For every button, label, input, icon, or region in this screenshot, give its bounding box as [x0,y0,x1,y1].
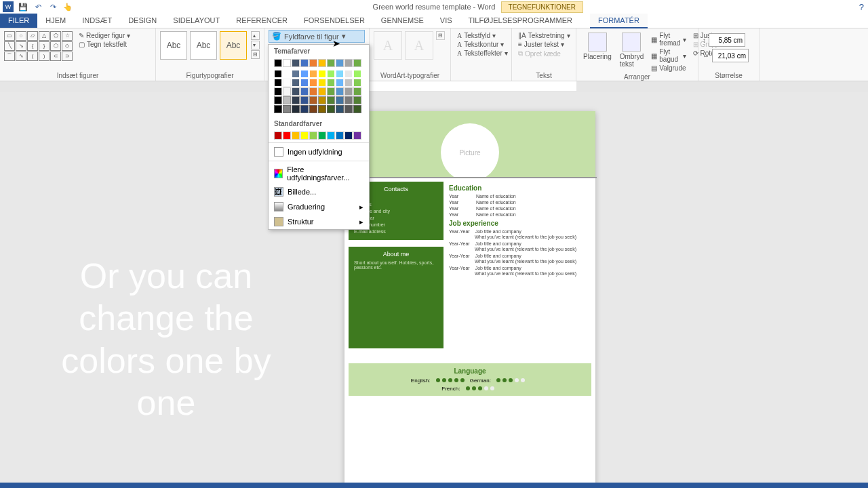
help-icon[interactable]: ? [859,2,864,12]
color-swatch[interactable] [292,59,300,67]
color-swatch[interactable] [274,87,282,96]
color-swatch[interactable] [327,131,335,140]
tab-formater[interactable]: FORMATÉR [590,14,648,28]
height-input[interactable] [709,33,745,47]
color-swatch[interactable] [283,87,291,96]
color-swatch[interactable] [309,87,317,96]
color-swatch[interactable] [283,105,291,113]
color-swatch[interactable] [336,79,344,87]
color-swatch[interactable] [344,79,353,87]
color-swatch[interactable] [344,70,353,78]
wordart-more-icon[interactable]: ⊟ [436,31,445,40]
color-swatch[interactable] [283,70,291,78]
color-swatch[interactable] [336,59,344,67]
color-swatch[interactable] [274,105,282,113]
edit-shape-button[interactable]: ✎Rediger figur ▾ [77,31,132,40]
color-swatch[interactable] [274,59,282,67]
color-swatch[interactable] [344,87,353,96]
color-swatch[interactable] [300,105,309,113]
color-swatch[interactable] [283,131,291,140]
color-swatch[interactable] [292,96,300,104]
color-swatch[interactable] [318,105,326,113]
more-colors-item[interactable]: Flere udfyldningsfarver... [269,163,369,184]
redo-icon[interactable]: ↷ [47,1,58,12]
color-swatch[interactable] [353,131,361,140]
color-swatch[interactable] [292,105,300,113]
tab-hjem[interactable]: HJEM [37,14,74,28]
color-swatch[interactable] [336,70,344,78]
styles-up-icon[interactable]: ▴ [251,31,260,40]
color-swatch[interactable] [283,79,291,87]
create-link-button[interactable]: ⧉ Opret kæde [516,49,572,58]
color-swatch[interactable] [353,96,361,104]
picture-fill-item[interactable]: 🖼Billede... [269,184,369,199]
tab-tilfojelses[interactable]: TILFØJELSESPROGRAMMER [460,14,580,28]
color-swatch[interactable] [327,79,335,87]
color-swatch[interactable] [283,96,291,104]
color-swatch[interactable] [292,87,300,96]
styles-more-icon[interactable]: ⊟ [251,50,260,59]
color-swatch[interactable] [353,59,361,67]
color-swatch[interactable] [318,87,326,96]
color-swatch[interactable] [300,70,309,78]
color-swatch[interactable] [353,70,361,78]
text-effects-button[interactable]: ATeksteffekter ▾ [455,49,507,58]
color-swatch[interactable] [336,131,344,140]
texture-fill-item[interactable]: Struktur▸ [269,214,369,229]
color-swatch[interactable] [336,87,344,96]
text-direction-button[interactable]: ‖A Tekstretning ▾ [516,31,572,40]
color-swatch[interactable] [274,79,282,87]
wrap-text-button[interactable]: Ombryd tekst [617,31,647,73]
color-swatch[interactable] [300,96,309,104]
color-swatch[interactable] [327,87,335,96]
color-swatch[interactable] [336,105,344,113]
save-icon[interactable]: 💾 [18,1,28,12]
color-swatch[interactable] [274,131,282,140]
color-swatch[interactable] [353,105,361,113]
color-swatch[interactable] [300,87,309,96]
color-swatch[interactable] [309,131,317,140]
tab-gennemse[interactable]: GENNEMSE [373,14,432,28]
about-card[interactable]: About me Short about yourself. Hobbies, … [349,247,443,348]
color-swatch[interactable] [292,79,300,87]
color-swatch[interactable] [274,70,282,78]
color-swatch[interactable] [353,87,361,96]
shape-style-3[interactable]: Abc [220,31,247,60]
tab-sidelayout[interactable]: SIDELAYOUT [165,14,228,28]
color-swatch[interactable] [344,59,353,67]
no-fill-item[interactable]: Ingen udfyldning [269,144,369,159]
color-swatch[interactable] [344,96,353,104]
language-section[interactable]: Language English: German: French: [349,363,591,396]
color-swatch[interactable] [292,70,300,78]
color-swatch[interactable] [327,105,335,113]
tab-indsaet[interactable]: INDSÆT [74,14,120,28]
color-swatch[interactable] [274,96,282,104]
color-swatch[interactable] [309,70,317,78]
color-swatch[interactable] [344,105,353,113]
color-swatch[interactable] [309,105,317,113]
selection-pane-button[interactable]: ▤ Valgrude [649,64,688,73]
align-text-button[interactable]: ≡ Juster tekst ▾ [516,40,572,49]
tab-file[interactable]: FILER [0,14,37,28]
color-swatch[interactable] [300,79,309,87]
color-swatch[interactable] [309,79,317,87]
text-fill-button[interactable]: ATekstfyld ▾ [455,31,507,40]
gradient-fill-item[interactable]: Graduering▸ [269,199,369,214]
shape-style-1[interactable]: Abc [160,31,187,60]
color-swatch[interactable] [300,59,309,67]
shape-fill-button[interactable]: 🪣 Fyldfarve til figur ▾ [269,30,365,43]
color-swatch[interactable] [318,79,326,87]
color-swatch[interactable] [309,59,317,67]
color-swatch[interactable] [327,59,335,67]
resume-header[interactable]: Picture [344,111,595,178]
color-swatch[interactable] [292,131,300,140]
tab-forsendelser[interactable]: FORSENDELSER [296,14,373,28]
color-swatch[interactable] [327,70,335,78]
color-swatch[interactable] [300,131,309,140]
color-swatch[interactable] [283,59,291,67]
styles-down-icon[interactable]: ▾ [251,41,260,49]
color-swatch[interactable] [336,96,344,104]
color-swatch[interactable] [309,96,317,104]
width-input[interactable] [712,49,749,62]
color-swatch[interactable] [353,79,361,87]
